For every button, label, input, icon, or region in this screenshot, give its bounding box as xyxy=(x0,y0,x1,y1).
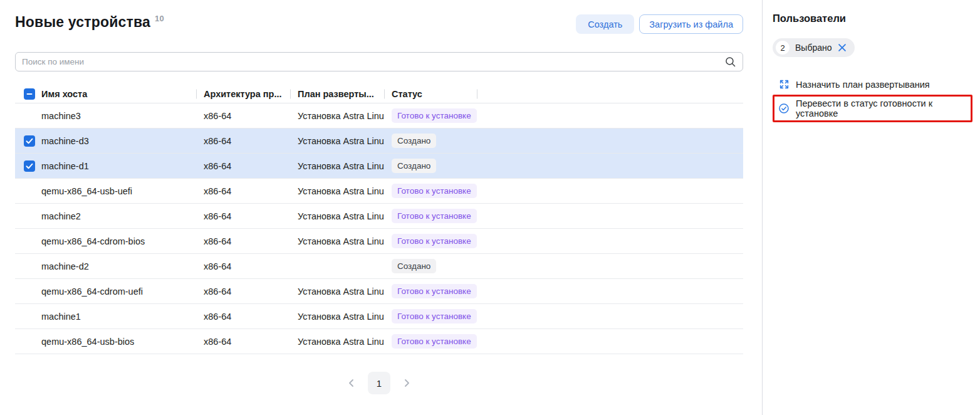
hostname-cell: qemu-x86_64-usb-bios xyxy=(41,337,196,347)
hostname-cell: qemu-x86_64-cdrom-uefi xyxy=(41,286,196,297)
status-badge: Готово к установке xyxy=(392,334,477,349)
search-box xyxy=(15,52,743,71)
page-title-text: Новые устройства xyxy=(15,14,150,30)
status-cell: Готово к установке xyxy=(384,284,477,298)
deploy-plan-cell: Установка Astra Linux xyxy=(290,186,384,196)
deploy-plan-cell: Установка Astra Linux xyxy=(290,337,384,347)
status-badge: Готово к установке xyxy=(392,284,477,298)
status-badge: Готово к установке xyxy=(392,108,477,123)
search-icon[interactable] xyxy=(724,56,736,70)
hostname-cell: machine-d1 xyxy=(41,161,196,171)
page-title: Новые устройства10 xyxy=(15,14,164,31)
panel-action[interactable]: Назначить план развертывания xyxy=(773,75,972,93)
column-header-status[interactable]: Статус xyxy=(384,89,477,99)
table-row[interactable]: machine-d3 x86-64 Установка Astra Linux … xyxy=(15,129,743,154)
status-cell: Готово к установке xyxy=(384,234,477,248)
architecture-cell: x86-64 xyxy=(196,211,290,221)
selected-chip-label: Выбрано xyxy=(795,43,832,53)
header-checkbox-cell xyxy=(15,88,41,100)
table-header-row: Имя хоста Архитектура пр... План разверт… xyxy=(15,85,743,103)
status-cell: Создано xyxy=(384,134,477,148)
panel-title: Пользователи xyxy=(773,13,972,24)
architecture-cell: x86-64 xyxy=(196,111,290,121)
table-row[interactable]: machine2 x86-64 Установка Astra Linux Го… xyxy=(15,204,743,229)
column-header-architecture[interactable]: Архитектура пр... xyxy=(196,89,290,99)
status-badge: Готово к установке xyxy=(392,209,477,223)
table-body: machine3 x86-64 Установка Astra Linux Го… xyxy=(15,103,743,354)
deploy-plan-cell: Установка Astra Linux xyxy=(290,211,384,221)
table-row[interactable]: qemu-x86_64-cdrom-bios x86-64 Установка … xyxy=(15,229,743,254)
app-root: Новые устройства10 Создать Загрузить из … xyxy=(0,0,980,415)
status-cell: Создано xyxy=(384,159,477,173)
table-row[interactable]: qemu-x86_64-usb-bios x86-64 Установка As… xyxy=(15,329,743,354)
hostname-cell: machine3 xyxy=(41,111,196,121)
upload-from-file-button[interactable]: Загрузить из файла xyxy=(639,14,743,34)
hostname-cell: qemu-x86_64-cdrom-bios xyxy=(41,236,196,246)
panel-action-label: Перевести в статус готовности к установк… xyxy=(796,98,967,118)
status-badge: Создано xyxy=(392,159,436,173)
page-number-current[interactable]: 1 xyxy=(368,372,390,394)
status-cell: Создано xyxy=(384,259,477,273)
panel-action-label: Назначить план развертывания xyxy=(796,80,930,90)
status-cell: Готово к установке xyxy=(384,334,477,349)
deploy-plan-cell: Установка Astra Linux xyxy=(290,286,384,297)
status-cell: Готово к установке xyxy=(384,309,477,323)
pagination: 1 xyxy=(15,372,743,394)
assign-plan-icon xyxy=(778,79,790,90)
panel-action[interactable]: Перевести в статус готовности к установк… xyxy=(773,95,972,122)
create-button[interactable]: Создать xyxy=(576,14,634,34)
architecture-cell: x86-64 xyxy=(196,161,290,171)
search-input[interactable] xyxy=(15,52,743,71)
prev-page-icon[interactable] xyxy=(346,377,357,389)
deploy-plan-cell: Установка Astra Linux xyxy=(290,236,384,246)
bulk-actions-list: Назначить план развертывания Перевести в… xyxy=(773,75,972,122)
hostname-cell: machine1 xyxy=(41,312,196,322)
column-header-hostname[interactable]: Имя хоста xyxy=(41,89,196,99)
deploy-plan-cell: Установка Astra Linux xyxy=(290,161,384,171)
architecture-cell: x86-64 xyxy=(196,312,290,322)
clear-selection-icon[interactable] xyxy=(838,43,847,52)
status-badge: Готово к установке xyxy=(392,309,477,323)
table-row[interactable]: machine-d1 x86-64 Установка Astra Linux … xyxy=(15,154,743,179)
status-cell: Готово к установке xyxy=(384,108,477,123)
architecture-cell: x86-64 xyxy=(196,261,290,271)
selected-count: 2 xyxy=(776,41,790,55)
selected-count-chip: 2 Выбрано xyxy=(773,38,855,57)
hostname-cell: qemu-x86_64-usb-uefi xyxy=(41,186,196,196)
architecture-cell: x86-64 xyxy=(196,286,290,297)
row-checkbox-checked[interactable] xyxy=(24,135,35,147)
table-row[interactable]: machine-d2 x86-64 Создано xyxy=(15,254,743,279)
deploy-plan-cell: Установка Astra Linux xyxy=(290,111,384,121)
architecture-cell: x86-64 xyxy=(196,337,290,347)
check-circle-icon xyxy=(778,103,790,114)
row-checkbox-cell xyxy=(15,160,41,172)
page-header: Новые устройства10 Создать Загрузить из … xyxy=(15,14,743,34)
architecture-cell: x86-64 xyxy=(196,236,290,246)
deploy-plan-cell: Установка Astra Linux xyxy=(290,136,384,146)
table-row[interactable]: qemu-x86_64-usb-uefi x86-64 Установка As… xyxy=(15,179,743,204)
table-row[interactable]: machine1 x86-64 Установка Astra Linux Го… xyxy=(15,304,743,329)
select-all-checkbox-indeterminate[interactable] xyxy=(24,88,35,100)
status-badge: Готово к установке xyxy=(392,184,477,198)
users-panel: Пользователи 2 Выбрано Назначить план ра… xyxy=(762,0,980,415)
table-row[interactable]: qemu-x86_64-cdrom-uefi x86-64 Установка … xyxy=(15,279,743,304)
devices-count-badge: 10 xyxy=(155,14,164,23)
column-header-deploy-plan[interactable]: План разверты... xyxy=(290,89,384,99)
row-checkbox-cell xyxy=(15,135,41,147)
status-cell: Готово к установке xyxy=(384,209,477,223)
devices-table: Имя хоста Архитектура пр... План разверт… xyxy=(15,85,743,354)
table-row[interactable]: machine3 x86-64 Установка Astra Linux Го… xyxy=(15,103,743,129)
architecture-cell: x86-64 xyxy=(196,136,290,146)
toolbar: Создать Загрузить из файла xyxy=(576,14,743,34)
status-badge: Создано xyxy=(392,134,436,148)
status-badge: Создано xyxy=(392,259,436,273)
next-page-icon[interactable] xyxy=(401,377,412,389)
hostname-cell: machine-d2 xyxy=(41,261,196,271)
architecture-cell: x86-64 xyxy=(196,186,290,196)
row-checkbox-checked[interactable] xyxy=(24,160,35,172)
status-badge: Готово к установке xyxy=(392,234,477,248)
hostname-cell: machine2 xyxy=(41,211,196,221)
hostname-cell: machine-d3 xyxy=(41,136,196,146)
deploy-plan-cell: Установка Astra Linux xyxy=(290,312,384,322)
status-cell: Готово к установке xyxy=(384,184,477,198)
